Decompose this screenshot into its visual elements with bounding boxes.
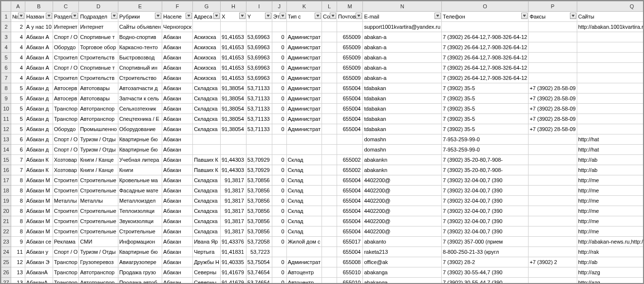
col-A[interactable]: A — [11, 1, 25, 12]
cell[interactable]: 0 — [272, 237, 286, 247]
cell[interactable]: 655009 — [337, 42, 363, 53]
cell[interactable]: 5 — [11, 104, 25, 114]
cell[interactable]: 655004 — [337, 94, 363, 104]
cell[interactable]: 0 — [272, 216, 286, 227]
cell[interactable]: 7-953-259-99-0 — [442, 134, 529, 145]
cell[interactable]: Абакан — [162, 237, 193, 247]
cell[interactable] — [322, 134, 337, 145]
cell[interactable]: 8-800-250-21-33 (кругл — [442, 247, 529, 257]
cell[interactable]: Абакан д — [25, 124, 53, 134]
cell[interactable]: Складска — [193, 175, 221, 186]
cell[interactable]: abakanga — [363, 278, 442, 284]
header-Со[interactable]: Со — [322, 12, 337, 22]
cell[interactable] — [220, 22, 246, 32]
cell[interactable]: Аскизска — [193, 42, 221, 53]
cell[interactable]: 7 (3902) 30-55-44,7 (390 — [442, 278, 529, 284]
cell[interactable]: 53,69963 — [246, 32, 272, 42]
cell[interactable]: Интернет — [53, 22, 79, 32]
cell[interactable]: 0 — [272, 227, 286, 237]
cell[interactable]: 5 — [11, 94, 25, 104]
cell[interactable] — [286, 145, 322, 155]
cell[interactable]: Складска — [193, 206, 221, 216]
cell[interactable]: 7 — [11, 155, 25, 165]
cell[interactable]: Туризм / Отды — [79, 247, 118, 257]
row-num[interactable]: 6 — [1, 63, 11, 73]
cell[interactable]: Администрат — [286, 32, 322, 42]
cell[interactable]: Абакан А — [25, 32, 53, 42]
cell[interactable]: Абакан М — [25, 196, 53, 206]
cell[interactable]: 4402200@ — [363, 196, 442, 206]
cell[interactable]: Строител — [53, 73, 79, 83]
cell[interactable]: 8 — [11, 227, 25, 237]
filter-dropdown-icon[interactable] — [280, 13, 286, 19]
header-Адреса[interactable]: Адреса — [193, 12, 221, 22]
cell[interactable]: Абакан д — [25, 145, 53, 155]
cell[interactable] — [286, 247, 322, 257]
cell[interactable] — [322, 63, 337, 73]
cell[interactable]: +7 (3902) 28-58-09 — [529, 94, 577, 104]
cell[interactable]: Склад — [286, 175, 322, 186]
row-num[interactable]: 8 — [1, 83, 11, 94]
cell[interactable]: Абакан М — [25, 175, 53, 186]
cell[interactable]: АбаканА — [25, 267, 53, 278]
cell[interactable] — [529, 63, 577, 73]
cell[interactable]: Абакан А — [25, 73, 53, 83]
cell[interactable]: domashn — [363, 134, 442, 145]
row-num[interactable]: 20 — [1, 206, 11, 216]
cell[interactable]: 91,44303 — [220, 165, 246, 175]
cell[interactable]: 0 — [272, 186, 286, 196]
cell[interactable]: Абакан М — [25, 227, 53, 237]
cell[interactable] — [577, 32, 644, 42]
cell[interactable]: 53,71133 — [246, 83, 272, 94]
cell[interactable]: 4402200@ — [363, 186, 442, 196]
cell[interactable] — [442, 22, 529, 32]
cell[interactable]: Складска — [193, 216, 221, 227]
cell[interactable]: Строительные — [79, 227, 118, 237]
cell[interactable]: Абакан — [162, 257, 193, 267]
cell[interactable]: Склад — [286, 155, 322, 165]
cell[interactable]: http://me — [577, 175, 644, 186]
cell[interactable]: 53,70856 — [246, 186, 272, 196]
cell[interactable] — [322, 227, 337, 237]
cell[interactable]: 8 — [11, 216, 25, 227]
cell[interactable]: Павших К — [193, 165, 221, 175]
cell[interactable] — [322, 186, 337, 196]
cell[interactable] — [286, 134, 322, 145]
filter-dropdown-icon[interactable] — [315, 13, 321, 19]
cell[interactable]: Авиагрузопере — [118, 257, 162, 267]
filter-dropdown-icon[interactable] — [521, 13, 528, 19]
cell[interactable]: Складска — [193, 227, 221, 237]
cell[interactable]: Спорт / О — [53, 145, 79, 155]
cell[interactable]: Строител — [53, 216, 79, 227]
cell[interactable]: Абакан — [162, 186, 193, 196]
row-num[interactable]: 10 — [1, 104, 11, 114]
cell[interactable]: Автотовары — [79, 94, 118, 104]
cell[interactable]: 53,74654 — [246, 278, 272, 284]
cell[interactable]: office@ak — [363, 257, 442, 267]
filter-dropdown-icon[interactable] — [570, 13, 576, 19]
cell[interactable] — [322, 32, 337, 42]
cell[interactable]: +7 (3902) 28-58-09 — [529, 114, 577, 124]
cell[interactable]: Аскизска — [193, 63, 221, 73]
col-N[interactable]: N — [363, 1, 442, 12]
col-F[interactable]: F — [162, 1, 193, 12]
cell[interactable]: Складска — [193, 196, 221, 206]
cell[interactable]: 655002 — [337, 155, 363, 165]
cell[interactable]: 7 (3902) 26-64-12,7-908-326-64-12 — [442, 42, 529, 53]
cell[interactable] — [529, 73, 577, 83]
cell[interactable]: Складска — [193, 104, 221, 114]
cell[interactable]: http://hat — [577, 134, 644, 145]
cell[interactable]: 6 — [11, 134, 25, 145]
corner-cell[interactable] — [1, 1, 11, 12]
cell[interactable]: 2 — [11, 22, 25, 32]
cell[interactable]: 655004 — [337, 83, 363, 94]
cell[interactable]: 4402200@ — [363, 227, 442, 237]
cell[interactable] — [322, 104, 337, 114]
row-num[interactable]: 9 — [1, 94, 11, 104]
col-H[interactable]: H — [220, 1, 246, 12]
cell[interactable]: 53,69963 — [246, 53, 272, 63]
filter-dropdown-icon[interactable] — [239, 13, 246, 19]
cell[interactable] — [272, 134, 286, 145]
cell[interactable] — [272, 145, 286, 155]
cell[interactable]: http://rak — [577, 247, 644, 257]
